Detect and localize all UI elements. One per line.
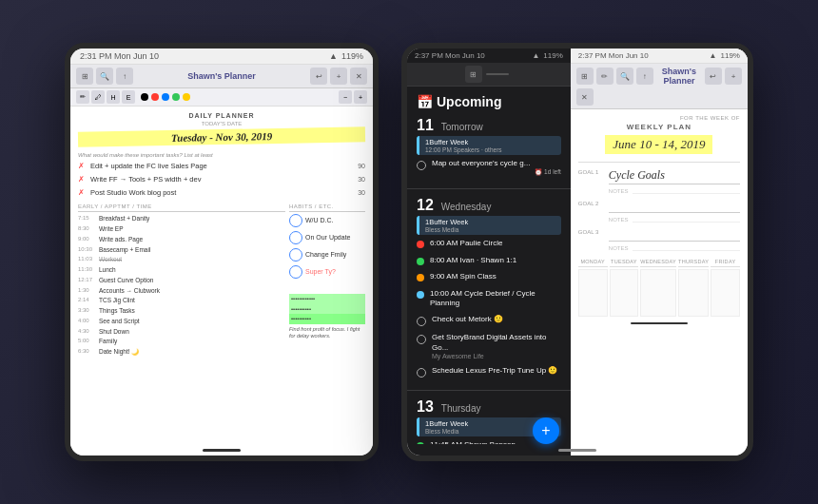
cal-event-map: Map out everyone's cycle g... ⏰ 1d left: [417, 157, 561, 178]
calendar-emoji: 📅: [417, 94, 433, 109]
weekly-search-btn[interactable]: 🔍: [616, 68, 633, 85]
day-col-wednesday: WEDNESDAY: [640, 259, 676, 317]
weekly-add-btn[interactable]: +: [725, 68, 742, 85]
pencil-tool[interactable]: ✏: [76, 90, 89, 104]
goal-3-content: NOTES: [609, 228, 740, 251]
weekly-bottom-line: [631, 322, 688, 324]
notes-line-2: [633, 217, 740, 223]
goal-row-3: GOAL 3 NOTES: [578, 228, 740, 251]
notes-area: •••••••••••• •••••••••• •••••••••• Find …: [289, 294, 365, 340]
add-btn[interactable]: +: [330, 68, 347, 85]
event-title-cycle: 10:00 AM Cycle Debrief / Cycle Planning: [430, 289, 561, 309]
goal-row-1: GOAL 1 Cycle Goals NOTES: [578, 168, 740, 194]
task-score-2: 30: [358, 174, 365, 184]
note-1: ••••••••••••: [289, 294, 365, 303]
split-view: 2:37 PM Mon Jun 10 ▲ 119% ⊞: [407, 48, 748, 456]
highlight-tool[interactable]: H: [107, 90, 120, 104]
undo-btn[interactable]: ↩: [310, 68, 327, 85]
buffer-week-title-2: 1Buffer Week: [425, 218, 555, 226]
goal-2-content: NOTES: [609, 200, 740, 223]
calendar-scroll[interactable]: 11 Tomorrow 1Buffer Week 12:00 PM Speake…: [407, 113, 571, 444]
weekly-share-btn[interactable]: ↑: [636, 68, 653, 85]
close-btn[interactable]: ✕: [350, 68, 367, 85]
event-sub-story: My Awesome Life: [432, 353, 561, 359]
event-content-story: Get StoryBrand Digital Assets into Go...…: [432, 333, 561, 359]
day-col-tuesday: TUESDAY: [610, 259, 639, 317]
grid-btn[interactable]: ⊞: [76, 68, 93, 85]
time-row: 9:00Write ads. Page: [78, 235, 285, 244]
blue-color[interactable]: [162, 93, 169, 101]
habit-label-4: Super Ty?: [305, 267, 336, 278]
right-ipad: 2:37 PM Mon Jun 10 ▲ 119% ⊞: [401, 43, 753, 461]
notes-footer: Find front profit of focus. I fight for …: [289, 326, 365, 340]
upcoming-battery: 119%: [543, 51, 562, 60]
green-color[interactable]: [172, 93, 180, 101]
weekly-plan-title: WEEKLY PLAN: [578, 123, 740, 131]
days-grid: MONDAY TUESDAY WEDNESDAY: [578, 259, 740, 317]
cal-event-paulie: 6:00 AM Paulie Circle: [417, 237, 561, 250]
time-row: 10:30Basecamp + Email: [78, 245, 285, 255]
time-col-left: EARLY / APPTMT / TIME 7:15Breakfast + Da…: [78, 203, 285, 358]
plus-tool[interactable]: +: [354, 90, 367, 104]
left-screen: 2:31 PM Mon Jun 10 ▲ 119% ⊞ 🔍 ↑ Shawn's …: [70, 48, 373, 456]
goal-notes-1: NOTES: [609, 188, 740, 194]
yellow-color[interactable]: [183, 93, 190, 101]
green-dot-ivan: [417, 258, 424, 265]
eraser-tool[interactable]: E: [122, 90, 135, 104]
day-cell-thursday: [678, 269, 709, 317]
time-row: 11:03Workout: [78, 255, 285, 264]
event-title-lexus: Schedule Lexus Pre-Trip Tune Up 🙂: [432, 366, 561, 376]
weekly-undo-btn[interactable]: ↩: [705, 68, 722, 85]
task-text-1: Edit + update the FC live Sales Page: [90, 161, 355, 172]
buffer-sub-2: Bless Media: [425, 226, 555, 233]
cal-event-cycle: 10:00 AM Cycle Debrief / Cycle Planning: [417, 287, 561, 311]
task-text-3: Post Studio Work blog post: [90, 187, 355, 199]
time-row: 5:00Family: [78, 337, 285, 346]
event-content-ivan: 8:00 AM Ivan · Shawn 1:1: [430, 256, 561, 265]
weekly-status-icons: ▲ 119%: [710, 51, 740, 60]
event-title-story: Get StoryBrand Digital Assets into Go...: [432, 333, 561, 353]
day-label-tomorrow: Tomorrow: [441, 122, 483, 132]
weekly-close-btn[interactable]: ✕: [576, 88, 594, 106]
habit-3: Change Fmily: [289, 248, 346, 262]
habits-header: HABITS / ETC.: [289, 203, 365, 212]
event-title-ivan: 8:00 AM Ivan · Shawn 1:1: [430, 256, 561, 265]
weekly-grid-btn[interactable]: ⊞: [576, 68, 594, 85]
event-content: Map out everyone's cycle g... ⏰ 1d left: [432, 159, 561, 176]
habit-circle-4: [289, 265, 302, 279]
red-dot: [417, 241, 424, 248]
habit-label-1: W/U D.C.: [305, 216, 334, 226]
buffer-week-banner-2: 1Buffer Week Bless Media: [417, 216, 561, 235]
goal-notes-3: NOTES: [609, 245, 740, 251]
goals-section: GOAL 1 Cycle Goals NOTES: [578, 168, 740, 251]
day-header-friday: FRIDAY: [711, 259, 740, 267]
battery-text: 119%: [341, 51, 363, 61]
minus-tool[interactable]: −: [339, 90, 352, 104]
event-content-cycle: 10:00 AM Cycle Debrief / Cycle Planning: [430, 289, 561, 309]
weekly-wifi-icon: ▲: [710, 51, 717, 60]
day-header-12: 12 Wednesday: [417, 197, 561, 214]
pen-tool[interactable]: 🖊: [91, 90, 105, 104]
right-screen: 2:37 PM Mon Jun 10 ▲ 119% ⊞: [407, 48, 748, 456]
weekly-battery: 119%: [721, 51, 740, 60]
time-row: 8:30Write EP: [78, 224, 285, 234]
planner-date: Tuesday - Nov 30, 2019: [78, 126, 365, 146]
weekly-pencil-btn[interactable]: ✏: [596, 68, 614, 85]
wifi-icon: ▲: [329, 51, 338, 61]
time-row: 12:17Guest Curve Option: [78, 276, 285, 285]
upcoming-icon-btn[interactable]: ⊞: [465, 66, 482, 83]
task-item: ✗ Post Studio Work blog post 30: [78, 187, 365, 200]
goal-label-3: GOAL 3: [578, 228, 605, 235]
day-header-13: 13 Thursday: [417, 398, 561, 416]
red-color[interactable]: [151, 93, 159, 101]
time-row: 3:30Things Tasks: [78, 306, 285, 316]
cal-section-wednesday: 12 Wednesday 1Buffer Week Bless Media 6:: [407, 193, 571, 386]
add-event-fab[interactable]: +: [533, 417, 559, 444]
task-check-2: ✗: [78, 174, 88, 186]
weekly-content: FOR THE WEEK OF WEEKLY PLAN June 10 - 14…: [571, 109, 748, 330]
day-num-11: 11: [417, 117, 434, 134]
search-btn[interactable]: 🔍: [96, 68, 113, 85]
share-btn[interactable]: ↑: [116, 68, 133, 85]
divider-2: [407, 390, 571, 391]
black-color[interactable]: [141, 93, 148, 101]
